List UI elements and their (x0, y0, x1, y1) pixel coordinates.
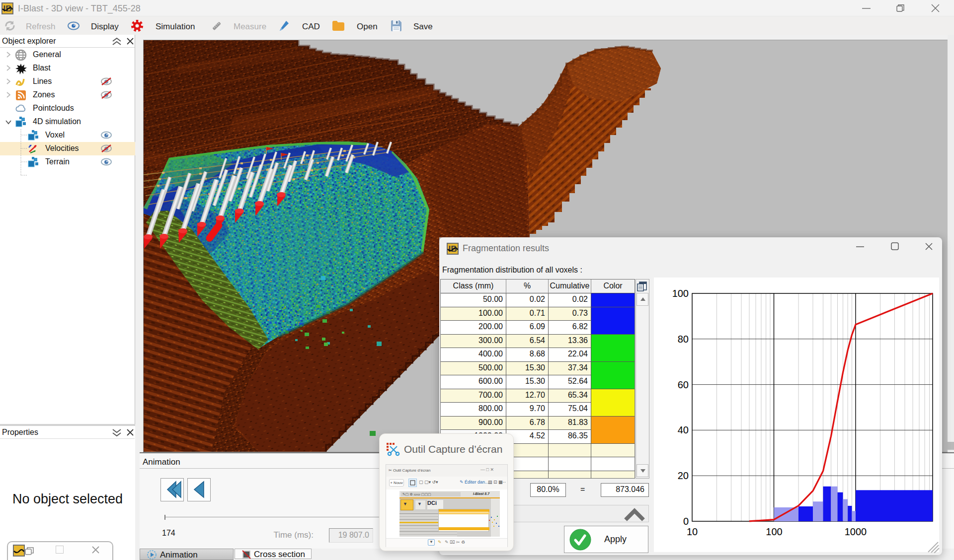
svg-text:60: 60 (678, 379, 689, 390)
svg-text:20: 20 (678, 470, 689, 481)
svg-text:80: 80 (678, 334, 689, 345)
svg-text:40: 40 (678, 424, 689, 435)
svg-text:100: 100 (672, 288, 689, 299)
svg-text:0: 0 (683, 516, 689, 527)
svg-text:100: 100 (766, 526, 782, 537)
svg-text:10: 10 (687, 526, 698, 537)
svg-text:1000: 1000 (845, 526, 867, 537)
